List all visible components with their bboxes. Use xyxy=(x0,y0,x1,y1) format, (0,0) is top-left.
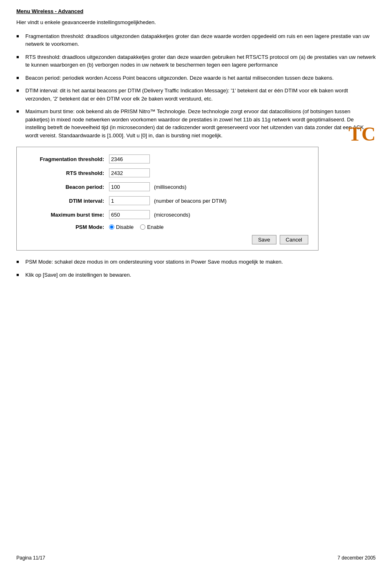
footer-bullet-icon: ■ xyxy=(16,258,23,265)
intro-text: Hier vindt u enkele geavanceerde instell… xyxy=(16,18,376,27)
label-rts_threshold: RTS threshold: xyxy=(27,170,104,176)
input-max_burst[interactable] xyxy=(109,210,150,219)
form-row-max_burst: Maximum burst time: (microseconds) xyxy=(27,210,308,219)
psm-disable-option[interactable]: Disable xyxy=(109,224,134,230)
footer-bullet-icon: ■ xyxy=(16,271,23,278)
footer-date: 7 december 2005 xyxy=(338,555,376,561)
bullet-beacon: ■ Beacon period: periodiek worden Access… xyxy=(16,74,376,82)
unit-max_burst: (microseconds) xyxy=(154,212,190,218)
settings-form: Fragmentation threshold: RTS threshold: … xyxy=(16,147,318,251)
bullet-burst: ■ Maximum burst time: ook bekend als de … xyxy=(16,107,376,139)
psm-disable-label: Disable xyxy=(116,224,134,230)
page-title: Menu Wireless - Advanced xyxy=(16,8,376,14)
psm-enable-label: Enable xyxy=(147,224,163,230)
bullet-icon: ■ xyxy=(16,108,23,115)
input-rts_threshold[interactable] xyxy=(109,168,150,177)
bullet-text-burst: Maximum burst time: ook bekend als de PR… xyxy=(25,107,376,139)
psm-label: PSM Mode: xyxy=(27,224,104,230)
label-max_burst: Maximum burst time: xyxy=(27,212,104,218)
footer-page: Pagina 11/17 xyxy=(16,555,45,561)
footer-bullet-text-psm_desc: PSM Mode: schakel deze modus in om onder… xyxy=(25,258,376,266)
psm-mode-row: PSM Mode: Disable Enable xyxy=(27,224,308,230)
bullet-fragmentation: ■ Fragmentation threshold: draadloos uit… xyxy=(16,32,376,48)
bullet-dtim: ■ DTIM interval: dit is het aantal beaco… xyxy=(16,87,376,103)
label-beacon_period: Beacon period: xyxy=(27,184,104,190)
bullet-text-dtim: DTIM interval: dit is het aantal beacons… xyxy=(25,87,376,103)
unit-dtim_interval: (number of beacons per DTIM) xyxy=(154,198,227,204)
bullet-icon: ■ xyxy=(16,33,23,40)
bullet-rts: ■ RTS threshold: draadloos uitgezonden d… xyxy=(16,53,376,69)
input-dtim_interval[interactable] xyxy=(109,196,150,205)
brand-logo: TC xyxy=(348,123,376,145)
psm-disable-radio[interactable] xyxy=(109,224,114,230)
psm-radio-group: Disable Enable xyxy=(109,224,164,230)
form-row-dtim_interval: DTIM interval: (number of beacons per DT… xyxy=(27,196,308,205)
input-frag_threshold[interactable] xyxy=(109,154,150,163)
bullet-text-rts: RTS threshold: draadloos uitgezonden dat… xyxy=(25,53,376,69)
footer: Pagina 11/17 7 december 2005 xyxy=(16,555,376,561)
psm-enable-option[interactable]: Enable xyxy=(140,224,163,230)
button-row: Save Cancel xyxy=(27,235,308,244)
cancel-button[interactable]: Cancel xyxy=(280,235,308,244)
form-row-beacon_period: Beacon period: (milliseconds) xyxy=(27,182,308,191)
input-beacon_period[interactable] xyxy=(109,182,150,191)
form-row-rts_threshold: RTS threshold: xyxy=(27,168,308,177)
footer-bullet-save_desc: ■ Klik op [Save] om de instellingen te b… xyxy=(16,271,376,279)
bullet-icon: ■ xyxy=(16,74,23,81)
footer-bullet-text-save_desc: Klik op [Save] om de instellingen te bew… xyxy=(25,271,376,279)
bullet-icon: ■ xyxy=(16,87,23,94)
footer-bullet-psm_desc: ■ PSM Mode: schakel deze modus in om ond… xyxy=(16,258,376,266)
label-frag_threshold: Fragmentation threshold: xyxy=(27,156,104,162)
form-row-frag_threshold: Fragmentation threshold: xyxy=(27,154,308,163)
bullet-icon: ■ xyxy=(16,54,23,60)
save-button[interactable]: Save xyxy=(252,235,276,244)
bullet-text-fragmentation: Fragmentation threshold: draadloos uitge… xyxy=(25,32,376,48)
unit-beacon_period: (milliseconds) xyxy=(154,184,186,190)
label-dtim_interval: DTIM interval: xyxy=(27,198,104,204)
psm-enable-radio[interactable] xyxy=(140,224,145,230)
bullet-text-beacon: Beacon period: periodiek worden Access P… xyxy=(25,74,376,82)
